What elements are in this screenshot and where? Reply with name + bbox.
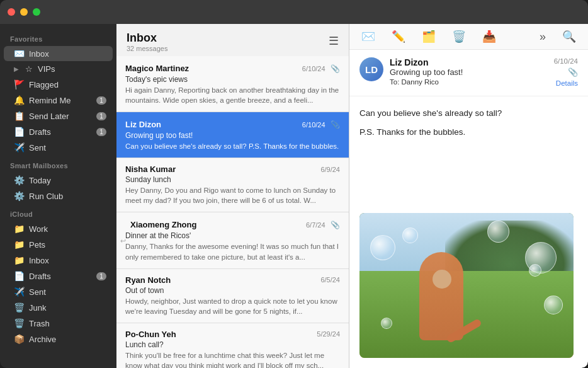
sidebar-item-drafts[interactable]: 📄 Drafts 1 <box>4 124 113 139</box>
today-icon: ⚙️ <box>14 175 24 185</box>
chevron-icon: ▶ <box>14 66 19 72</box>
trash-icon: 🗑️ <box>14 318 24 328</box>
body-line-2: P.S. Thanks for the bubbles. <box>359 125 578 139</box>
attachment-icon: 📎 <box>331 120 340 129</box>
sidebar-item-run-club[interactable]: ⚙️ Run Club <box>4 188 113 204</box>
icloud-drafts-icon: 📄 <box>14 271 24 281</box>
detail-header: LD Liz Dizon Growing up too fast! To: Da… <box>349 50 588 96</box>
sidebar-item-icloud-drafts[interactable]: 📄 Drafts 1 <box>4 268 113 284</box>
sidebar-item-junk[interactable]: 🗑️ Junk <box>4 300 113 315</box>
archive-toolbar-icon[interactable]: 🗂️ <box>419 28 439 45</box>
sidebar-item-send-later[interactable]: 📋 Send Later 1 <box>4 108 113 124</box>
avatar: LD <box>359 57 383 81</box>
drafts-badge: 1 <box>96 128 106 136</box>
sender-name: Xiaomeng Zhong <box>125 220 196 229</box>
sidebar-item-flagged[interactable]: 🚩 Flagged <box>4 77 113 92</box>
icloud-label: iCloud <box>0 204 116 221</box>
photo-scene <box>359 213 574 358</box>
sender-name: Magico Martinez <box>125 64 189 73</box>
sidebar-item-today[interactable]: ⚙️ Today <box>4 173 113 188</box>
detail-to: To: Danny Rico <box>390 78 548 86</box>
message-item-pochun[interactable]: Po-Chun Yeh 5/29/24 Lunch call? Think yo… <box>116 323 349 368</box>
attachment-icon: 📎 <box>331 64 340 73</box>
message-top: Nisha Kumar 6/9/24 <box>125 164 340 174</box>
avatar-initials: LD <box>365 64 378 75</box>
sidebar: Favorites ✉️ Inbox ▶ ☆ VIPs 🚩 Flagged 🔔 … <box>0 24 116 368</box>
detail-sender-name: Liz Dizon <box>390 57 548 67</box>
sidebar-item-icloud-inbox[interactable]: 📁 Inbox <box>4 253 113 268</box>
message-item-xiaomeng[interactable]: ↩ Xiaomeng Zhong 6/7/24 📎 Dinner at the … <box>116 212 349 268</box>
message-date: 6/10/24 <box>302 65 325 72</box>
message-item-nisha[interactable]: Nisha Kumar 6/9/24 Sunday lunch Hey Dann… <box>116 158 349 212</box>
move-toolbar-icon[interactable]: 📥 <box>479 28 499 45</box>
sidebar-item-sent[interactable]: ✈️ Sent <box>4 140 113 155</box>
sidebar-item-label: Junk <box>29 303 106 313</box>
maximize-button[interactable] <box>33 8 40 16</box>
message-top: Magico Martinez 6/10/24 📎 <box>125 62 340 74</box>
message-top: Ryan Notch 6/5/24 <box>125 275 340 285</box>
more-toolbar-icon[interactable]: » <box>536 28 549 45</box>
message-preview: Hi again Danny, Reporting back on anothe… <box>125 85 340 105</box>
sidebar-item-label: Send Later <box>29 112 91 121</box>
message-date: 5/29/24 <box>317 330 340 338</box>
message-date: 6/9/24 <box>320 166 340 173</box>
junk-icon: 🗑️ <box>14 302 24 313</box>
message-subject: Dinner at the Ricos' <box>125 231 340 240</box>
detail-body: Can you believe she's already so tall? P… <box>349 96 588 208</box>
search-toolbar-icon[interactable]: 🔍 <box>559 28 579 45</box>
sidebar-item-label: Trash <box>29 319 106 328</box>
sidebar-item-label: Archive <box>29 335 106 344</box>
message-date: 6/10/24 <box>302 121 325 129</box>
sidebar-item-inbox[interactable]: ✉️ Inbox <box>4 46 113 61</box>
message-top: Xiaomeng Zhong 6/7/24 📎 <box>125 219 340 230</box>
send-later-badge: 1 <box>96 112 106 120</box>
drafts-icon: 📄 <box>14 127 24 137</box>
message-preview: Hey Danny, Do you and Rigo want to come … <box>125 185 340 205</box>
message-subject: Lunch call? <box>125 340 340 349</box>
list-header-right[interactable]: ☰ <box>329 34 339 48</box>
sidebar-item-archive[interactable]: 📦 Archive <box>4 331 113 347</box>
person-head <box>433 270 451 289</box>
sidebar-item-label: Sent <box>29 287 106 297</box>
work-folder-icon: 📁 <box>14 224 24 234</box>
compose-toolbar-icon[interactable]: ✏️ <box>388 28 409 45</box>
smart-mailboxes-label: Smart Mailboxes <box>0 156 116 172</box>
sidebar-item-pets[interactable]: 📁 Pets <box>4 237 113 252</box>
detail-toolbar: ✉️ ✏️ 🗂️ 🗑️ 📥 » 🔍 <box>349 24 588 50</box>
filter-icon[interactable]: ☰ <box>329 35 339 47</box>
minimize-button[interactable] <box>20 8 28 16</box>
delete-toolbar-icon[interactable]: 🗑️ <box>449 28 469 45</box>
message-preview: Think you'll be free for a lunchtime cha… <box>125 350 340 368</box>
pets-folder-icon: 📁 <box>14 239 24 250</box>
close-button[interactable] <box>8 8 15 16</box>
message-subject: Growing up too fast! <box>125 131 340 140</box>
send-later-icon: 📋 <box>14 111 24 121</box>
sidebar-item-label: Run Club <box>29 192 106 201</box>
icloud-inbox-icon: 📁 <box>14 255 24 265</box>
bubble-4 <box>529 264 541 277</box>
body-line-1: Can you believe she's already so tall? <box>359 106 578 120</box>
sidebar-item-trash[interactable]: 🗑️ Trash <box>4 316 113 331</box>
detail-details-button[interactable]: Details <box>556 79 578 87</box>
detail-subject: Growing up too fast! <box>390 67 548 77</box>
message-item-magico[interactable]: Magico Martinez 6/10/24 📎 Today's epic v… <box>116 56 349 112</box>
message-item-liz[interactable]: Liz Dizon 6/10/24 📎 Growing up too fast!… <box>116 112 349 158</box>
message-item-ryan[interactable]: Ryan Notch 6/5/24 Out of town Howdy, nei… <box>116 269 349 323</box>
bubble-7 <box>487 221 509 243</box>
sidebar-item-work[interactable]: 📁 Work <box>4 221 113 236</box>
sidebar-item-label: Drafts <box>29 272 91 281</box>
sidebar-item-label: Pets <box>29 240 106 250</box>
inbox-title: Inbox <box>127 32 167 45</box>
titlebar <box>0 0 588 24</box>
sidebar-item-label: Sent <box>29 143 106 152</box>
sidebar-item-label: Drafts <box>29 127 91 137</box>
message-date: 6/7/24 <box>306 221 325 229</box>
reply-toolbar-icon[interactable]: ✉️ <box>358 28 378 45</box>
sidebar-item-label: Work <box>29 224 106 234</box>
message-count: 32 messages <box>127 45 167 52</box>
sidebar-item-vips[interactable]: ▶ ☆ VIPs <box>4 62 113 76</box>
reply-indicator: ↩ <box>120 236 126 244</box>
sidebar-item-icloud-sent[interactable]: ✈️ Sent <box>4 284 113 299</box>
remind-me-badge: 1 <box>96 96 106 105</box>
sidebar-item-remind-me[interactable]: 🔔 Remind Me 1 <box>4 93 113 108</box>
